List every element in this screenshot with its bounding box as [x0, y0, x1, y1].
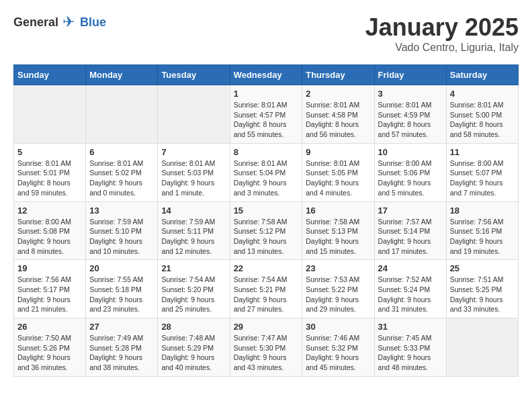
day-number: 28: [161, 322, 226, 332]
calendar-cell: 24Sunrise: 7:52 AMSunset: 5:24 PMDayligh…: [374, 260, 446, 318]
day-number: 24: [378, 263, 443, 273]
day-info: Sunrise: 8:01 AMSunset: 5:05 PMDaylight:…: [306, 158, 370, 198]
calendar-cell: 26Sunrise: 7:50 AMSunset: 5:26 PMDayligh…: [14, 318, 86, 377]
day-info: Sunrise: 7:57 AMSunset: 5:14 PMDaylight:…: [378, 217, 443, 257]
calendar-cell: 17Sunrise: 7:57 AMSunset: 5:14 PMDayligh…: [374, 201, 446, 260]
day-info: Sunrise: 8:00 AMSunset: 5:08 PMDaylight:…: [17, 217, 82, 257]
calendar-cell: 12Sunrise: 8:00 AMSunset: 5:08 PMDayligh…: [14, 201, 86, 260]
calendar-cell: 20Sunrise: 7:55 AMSunset: 5:18 PMDayligh…: [86, 260, 158, 318]
calendar-cell: 15Sunrise: 7:58 AMSunset: 5:12 PMDayligh…: [230, 201, 302, 260]
logo-bird-icon: ✈: [62, 13, 75, 31]
day-number: 18: [450, 205, 515, 216]
day-info: Sunrise: 7:45 AMSunset: 5:33 PMDaylight:…: [378, 333, 443, 373]
calendar-cell: [158, 85, 230, 144]
weekday-header-sunday: Sunday: [14, 65, 86, 85]
weekday-header-tuesday: Tuesday: [158, 65, 230, 85]
day-number: 13: [89, 205, 154, 216]
day-number: 5: [17, 147, 82, 157]
logo: General ✈ Blue: [13, 13, 106, 31]
day-number: 19: [17, 263, 82, 273]
day-info: Sunrise: 8:01 AMSunset: 5:03 PMDaylight:…: [161, 158, 226, 198]
day-number: 16: [306, 205, 370, 216]
day-info: Sunrise: 7:49 AMSunset: 5:28 PMDaylight:…: [89, 333, 154, 373]
day-info: Sunrise: 7:46 AMSunset: 5:32 PMDaylight:…: [306, 333, 370, 373]
day-info: Sunrise: 7:53 AMSunset: 5:22 PMDaylight:…: [306, 275, 370, 314]
calendar-cell: 31Sunrise: 7:45 AMSunset: 5:33 PMDayligh…: [374, 318, 446, 377]
calendar-cell: 2Sunrise: 8:01 AMSunset: 4:58 PMDaylight…: [302, 85, 374, 144]
calendar-week-row: 26Sunrise: 7:50 AMSunset: 5:26 PMDayligh…: [14, 318, 519, 377]
day-number: 1: [234, 89, 299, 99]
calendar-cell: 14Sunrise: 7:59 AMSunset: 5:11 PMDayligh…: [158, 201, 230, 260]
calendar-cell: 11Sunrise: 8:00 AMSunset: 5:07 PMDayligh…: [446, 143, 518, 201]
calendar-cell: 13Sunrise: 7:59 AMSunset: 5:10 PMDayligh…: [86, 201, 158, 260]
day-number: 23: [306, 263, 370, 273]
day-number: 10: [378, 147, 443, 157]
calendar-cell: 25Sunrise: 7:51 AMSunset: 5:25 PMDayligh…: [446, 260, 518, 318]
day-info: Sunrise: 8:01 AMSunset: 4:57 PMDaylight:…: [234, 100, 299, 140]
calendar-cell: [446, 318, 518, 377]
day-info: Sunrise: 7:54 AMSunset: 5:20 PMDaylight:…: [161, 275, 226, 314]
calendar-cell: 10Sunrise: 8:00 AMSunset: 5:06 PMDayligh…: [374, 143, 446, 201]
calendar-cell: 22Sunrise: 7:54 AMSunset: 5:21 PMDayligh…: [230, 260, 302, 318]
weekday-header-friday: Friday: [374, 65, 446, 85]
location-title: Vado Centro, Liguria, Italy: [365, 42, 519, 54]
day-info: Sunrise: 7:52 AMSunset: 5:24 PMDaylight:…: [378, 275, 443, 314]
day-info: Sunrise: 7:48 AMSunset: 5:29 PMDaylight:…: [161, 333, 226, 373]
calendar-week-row: 19Sunrise: 7:56 AMSunset: 5:17 PMDayligh…: [14, 260, 519, 318]
calendar-cell: 3Sunrise: 8:01 AMSunset: 4:59 PMDaylight…: [374, 85, 446, 144]
day-number: 30: [306, 322, 370, 332]
calendar-table: SundayMondayTuesdayWednesdayThursdayFrid…: [13, 64, 519, 377]
day-info: Sunrise: 7:56 AMSunset: 5:17 PMDaylight:…: [17, 275, 82, 314]
day-number: 20: [89, 263, 154, 273]
calendar-cell: 5Sunrise: 8:01 AMSunset: 5:01 PMDaylight…: [14, 143, 86, 201]
day-number: 27: [89, 322, 154, 332]
day-info: Sunrise: 7:54 AMSunset: 5:21 PMDaylight:…: [234, 275, 299, 314]
calendar-week-row: 5Sunrise: 8:01 AMSunset: 5:01 PMDaylight…: [14, 143, 519, 201]
calendar-cell: 8Sunrise: 8:01 AMSunset: 5:04 PMDaylight…: [230, 143, 302, 201]
day-number: 22: [234, 263, 299, 273]
calendar-cell: [14, 85, 86, 144]
day-info: Sunrise: 7:58 AMSunset: 5:13 PMDaylight:…: [306, 217, 370, 257]
calendar-cell: 9Sunrise: 8:01 AMSunset: 5:05 PMDaylight…: [302, 143, 374, 201]
calendar-week-row: 1Sunrise: 8:01 AMSunset: 4:57 PMDaylight…: [14, 85, 519, 144]
day-number: 17: [378, 205, 443, 216]
weekday-header-wednesday: Wednesday: [230, 65, 302, 85]
calendar-cell: 30Sunrise: 7:46 AMSunset: 5:32 PMDayligh…: [302, 318, 374, 377]
calendar-cell: [86, 85, 158, 144]
day-number: 26: [17, 322, 82, 332]
day-info: Sunrise: 8:00 AMSunset: 5:07 PMDaylight:…: [450, 158, 515, 198]
calendar-cell: 1Sunrise: 8:01 AMSunset: 4:57 PMDaylight…: [230, 85, 302, 144]
title-area: January 2025 Vado Centro, Liguria, Italy: [365, 13, 519, 54]
calendar-cell: 18Sunrise: 7:56 AMSunset: 5:16 PMDayligh…: [446, 201, 518, 260]
calendar-cell: 4Sunrise: 8:01 AMSunset: 5:00 PMDaylight…: [446, 85, 518, 144]
day-number: 2: [306, 89, 370, 99]
day-number: 29: [234, 322, 299, 332]
day-info: Sunrise: 8:01 AMSunset: 5:00 PMDaylight:…: [450, 100, 515, 140]
day-info: Sunrise: 7:56 AMSunset: 5:16 PMDaylight:…: [450, 217, 515, 257]
weekday-header-monday: Monday: [86, 65, 158, 85]
day-info: Sunrise: 7:47 AMSunset: 5:30 PMDaylight:…: [234, 333, 299, 373]
day-info: Sunrise: 8:01 AMSunset: 5:01 PMDaylight:…: [17, 158, 82, 198]
day-number: 21: [161, 263, 226, 273]
day-number: 31: [378, 322, 443, 332]
day-info: Sunrise: 8:01 AMSunset: 4:59 PMDaylight:…: [378, 100, 443, 140]
day-number: 11: [450, 147, 515, 157]
weekday-header-row: SundayMondayTuesdayWednesdayThursdayFrid…: [14, 65, 519, 85]
calendar-cell: 23Sunrise: 7:53 AMSunset: 5:22 PMDayligh…: [302, 260, 374, 318]
logo-general: General: [13, 15, 58, 30]
day-number: 12: [17, 205, 82, 216]
day-number: 7: [161, 147, 226, 157]
day-number: 8: [234, 147, 299, 157]
day-info: Sunrise: 8:01 AMSunset: 5:02 PMDaylight:…: [89, 158, 154, 198]
calendar-cell: 19Sunrise: 7:56 AMSunset: 5:17 PMDayligh…: [14, 260, 86, 318]
day-number: 3: [378, 89, 443, 99]
day-number: 4: [450, 89, 515, 99]
calendar-cell: 21Sunrise: 7:54 AMSunset: 5:20 PMDayligh…: [158, 260, 230, 318]
day-number: 14: [161, 205, 226, 216]
day-info: Sunrise: 7:50 AMSunset: 5:26 PMDaylight:…: [17, 333, 82, 373]
day-info: Sunrise: 7:55 AMSunset: 5:18 PMDaylight:…: [89, 275, 154, 314]
logo-blue: Blue: [80, 15, 106, 30]
calendar-week-row: 12Sunrise: 8:00 AMSunset: 5:08 PMDayligh…: [14, 201, 519, 260]
day-number: 15: [234, 205, 299, 216]
day-info: Sunrise: 7:59 AMSunset: 5:11 PMDaylight:…: [161, 217, 226, 257]
